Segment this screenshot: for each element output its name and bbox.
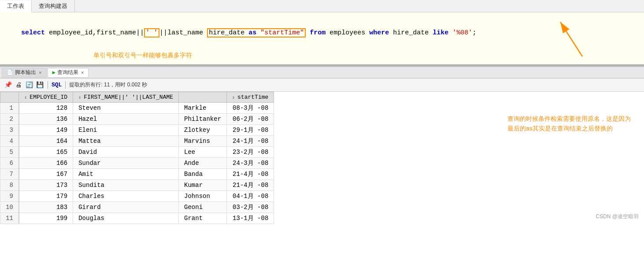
table-row: 9179Charles Johnson04-1月 -08 [0,191,274,202]
toolbar-separator2 [65,81,66,89]
cell-employee-id: 149 [19,125,73,136]
table-row: 4164Mattea Marvins24-1月 -08 [0,136,274,147]
right-annotation-line2: 最后的as其实是在查询结束之后替换的 [507,125,613,132]
tab-query-results[interactable]: ▶ 查询结果 ✕ [48,68,89,78]
sql-concat1: || [136,29,144,37]
cell-lastname: Grant [179,213,227,224]
script-close-icon[interactable]: ✕ [39,70,42,75]
results-table: ⇕ EMPLOYEE_ID ⇕ FIRST_NAME||' '||LAST_NA… [0,92,274,224]
cell-rownum: 1 [0,103,19,114]
cell-starttime: 04-1月 -08 [227,191,274,202]
watermark: CSDN @凌空暗羽 [596,213,639,220]
cell-starttime: 13-1月 -08 [227,213,274,224]
sql-space-string: ' ' [146,29,158,37]
sql-space [306,29,310,37]
cell-starttime: 03-2月 -08 [227,202,274,213]
sql-semicolon: ; [472,29,476,37]
export-icon[interactable]: 💾 [35,81,44,90]
cell-firstname: Mattea [73,136,179,147]
cell-lastname: Marvins [179,136,227,147]
sql-concat2: || [159,29,167,37]
toolbar-sql-label[interactable]: SQL [52,82,62,88]
refresh-icon[interactable]: 🔄 [25,81,33,90]
sql-highlight-hiredate: hire_date as "startTime" [207,28,306,37]
script-icon: 📄 [7,69,13,76]
col-fullname[interactable]: ⇕ FIRST_NAME||' '||LAST_NAME [73,92,179,103]
cell-firstname: Amit [73,169,179,180]
col-starttime[interactable]: ⇕ startTime [227,92,274,103]
results-close-icon[interactable]: ✕ [81,70,84,75]
sql-kw-as: as [248,29,256,37]
sql-line: select employee_id,first_name||' '||last… [5,16,639,50]
table-body: 1128Steven Markle08-3月 -082136Hazel Phil… [0,103,274,224]
cell-lastname: Philtanker [179,114,227,125]
cell-starttime: 21-4月 -08 [227,169,274,180]
sql-kw-where: where [369,29,389,37]
output-tab-bar: 📄 脚本输出 ✕ ▶ 查询结果 ✕ [0,67,644,78]
cell-rownum: 4 [0,136,19,147]
table-row: 2136Hazel Philtanker06-2月 -08 [0,114,274,125]
sql-like-string: '%08' [452,29,472,37]
cell-rownum: 2 [0,114,19,125]
table-row: 10183Girard Geoni03-2月 -08 [0,202,274,213]
cell-rownum: 5 [0,147,19,158]
table-row: 7167Amit Banda21-4月 -08 [0,169,274,180]
tab-results-label: 查询结果 [57,69,78,76]
tab-script-label: 脚本输出 [15,69,36,76]
cell-employee-id: 128 [19,103,73,114]
col-sep [179,92,227,103]
save-icon[interactable]: 🖨 [14,81,23,90]
cell-firstname: Eleni [73,125,179,136]
col-employee-id-label: EMPLOYEE_ID [30,94,67,101]
sort-icon-employee-id: ⇕ [24,95,30,100]
cell-employee-id: 167 [19,169,73,180]
cell-lastname: Kumar [179,180,227,191]
cell-starttime: 08-3月 -08 [227,103,274,114]
cell-lastname: Lee [179,147,227,158]
tab-bar: 工作表 查询构建器 [0,0,644,12]
cell-firstname: Douglas [73,213,179,224]
tab-query-builder[interactable]: 查询构建器 [32,0,75,12]
table-row: 3149Eleni Zlotkey29-1月 -08 [0,125,274,136]
col-starttime-label: startTime [237,94,268,101]
table-header-row: ⇕ EMPLOYEE_ID ⇕ FIRST_NAME||' '||LAST_NA… [0,92,274,103]
sql-alias: "startTime" [260,29,304,37]
cell-starttime: 24-1月 -08 [227,136,274,147]
sort-icon-fullname: ⇕ [78,95,84,100]
cell-rownum: 6 [0,158,19,169]
cell-firstname: Girard [73,202,179,213]
tab-worksheet[interactable]: 工作表 [0,0,32,12]
sql-editor[interactable]: select employee_id,first_name||' '||last… [0,12,644,65]
sql-kw-like: like [433,29,448,37]
sql-kw-from: from [310,29,326,37]
cell-firstname: Sundar [73,158,179,169]
results-container[interactable]: ⇕ EMPLOYEE_ID ⇕ FIRST_NAME||' '||LAST_NA… [0,92,644,224]
tab-script-output[interactable]: 📄 脚本输出 ✕ [2,68,47,78]
sql-keyword-select: select [21,29,45,37]
cell-employee-id: 136 [19,114,73,125]
cell-firstname: David [73,147,179,158]
cell-rownum: 7 [0,169,19,180]
cell-employee-id: 173 [19,180,73,191]
cell-employee-id: 166 [19,158,73,169]
sql-annotation: 单引号和双引号一样能够包裹多字符 [93,52,639,60]
toolbar-separator [48,81,48,89]
sql-lastname: last_name [167,29,207,37]
cell-firstname: Hazel [73,114,179,125]
cell-starttime: 29-1月 -08 [227,125,274,136]
watermark-text: CSDN @凌空暗羽 [596,213,639,220]
col-employee-id[interactable]: ⇕ EMPLOYEE_ID [19,92,73,103]
sql-highlight-space: ' ' [144,28,159,37]
table-row: 1128Steven Markle08-3月 -08 [0,103,274,114]
cell-employee-id: 179 [19,191,73,202]
tab-worksheet-label: 工作表 [7,2,24,10]
pin-icon[interactable]: 📌 [4,81,12,90]
cell-rownum: 8 [0,180,19,191]
cell-employee-id: 164 [19,136,73,147]
tab-query-builder-label: 查询构建器 [39,2,67,10]
results-toolbar: 📌 🖨 🔄 💾 SQL 提取的所有行: 11，用时 0.002 秒 [0,78,644,92]
cell-lastname: Geoni [179,202,227,213]
right-annotation-line1: 查询的时候条件检索需要使用原名，这是因为 [507,115,631,122]
cell-rownum: 11 [0,213,19,224]
cell-starttime: 23-2月 -08 [227,147,274,158]
